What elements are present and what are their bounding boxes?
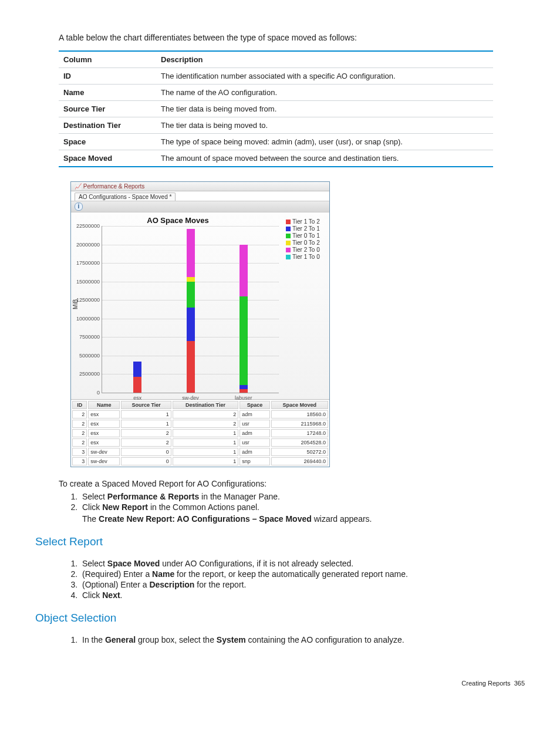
screenshot-toolbar: i (71, 201, 329, 212)
steps-list-1: Select Performance & Reports in the Mana… (69, 492, 525, 524)
table-cell: Name (59, 85, 156, 101)
list-item: Click Next. (80, 590, 525, 600)
info-icon: i (75, 202, 83, 211)
legend-item: Tier 2 To 0 (286, 247, 327, 253)
table-cell: The name of the AO configuration. (156, 85, 493, 101)
steps-list-3: In the General group box, select the Sys… (69, 635, 525, 644)
table-cell: Space (59, 134, 156, 150)
table-cell: Destination Tier (59, 117, 156, 134)
legend-item: Tier 0 To 1 (286, 232, 327, 239)
table-cell: The tier data is being moved from. (156, 101, 493, 117)
list-item: Select Space Moved under AO Configuratio… (80, 559, 525, 568)
table-cell: The type of space being moved: admin (ad… (156, 134, 493, 150)
column-description-table: Column Description IDThe identification … (59, 50, 493, 167)
list-item: Click New Report in the Common Actions p… (80, 502, 525, 524)
list-item: (Required) Enter a Name for the report, … (80, 569, 525, 579)
list-item: (Optional) Enter a Description for the r… (80, 580, 525, 589)
col-header-description: Description (156, 51, 493, 68)
heading-select-report: Select Report (35, 535, 525, 548)
screenshot-title-text: Performance & Reports (83, 183, 145, 190)
table-cell: Source Tier (59, 101, 156, 117)
legend-item: Tier 1 To 2 (286, 218, 327, 225)
steps-list-2: Select Space Moved under AO Configuratio… (69, 559, 525, 600)
table-cell: ID (59, 68, 156, 85)
heading-object-selection: Object Selection (35, 612, 525, 625)
table-cell: The tier data is being moved to. (156, 117, 493, 134)
chart-bar (187, 229, 195, 393)
table-cell: The identification number associated wit… (156, 68, 493, 85)
col-header-column: Column (59, 51, 156, 68)
chart-plot: MiB 025000005000000750000010000000125000… (102, 226, 279, 393)
table-cell: The amount of space moved between the so… (156, 150, 493, 167)
screenshot-panel: 📈 Performance & Reports AO Configuration… (70, 181, 330, 467)
screenshot-title: 📈 Performance & Reports (71, 182, 329, 191)
legend-item: Tier 2 To 1 (286, 225, 327, 232)
chart-legend: Tier 1 To 2Tier 2 To 1Tier 0 To 1Tier 0 … (282, 216, 327, 393)
list-item: In the General group box, select the Sys… (80, 635, 525, 644)
chart-bar (133, 362, 141, 393)
steps-intro: To create a Spaced Moved Report for AO C… (59, 479, 525, 488)
screenshot-data-table: IDNameSource TierDestination TierSpaceSp… (71, 399, 329, 467)
chart-bar (239, 245, 248, 393)
table-cell: Space Moved (59, 150, 156, 167)
intro-text: A table below the chart differentiates b… (59, 33, 525, 42)
legend-item: Tier 1 To 0 (286, 254, 327, 260)
page-footer: Creating Reports 365 (35, 680, 525, 687)
legend-item: Tier 0 To 2 (286, 239, 327, 246)
chart-title: AO Space Moves (73, 216, 282, 225)
list-item: Select Performance & Reports in the Mana… (80, 492, 525, 501)
screenshot-tab: AO Configurations - Space Moved * (75, 193, 176, 201)
